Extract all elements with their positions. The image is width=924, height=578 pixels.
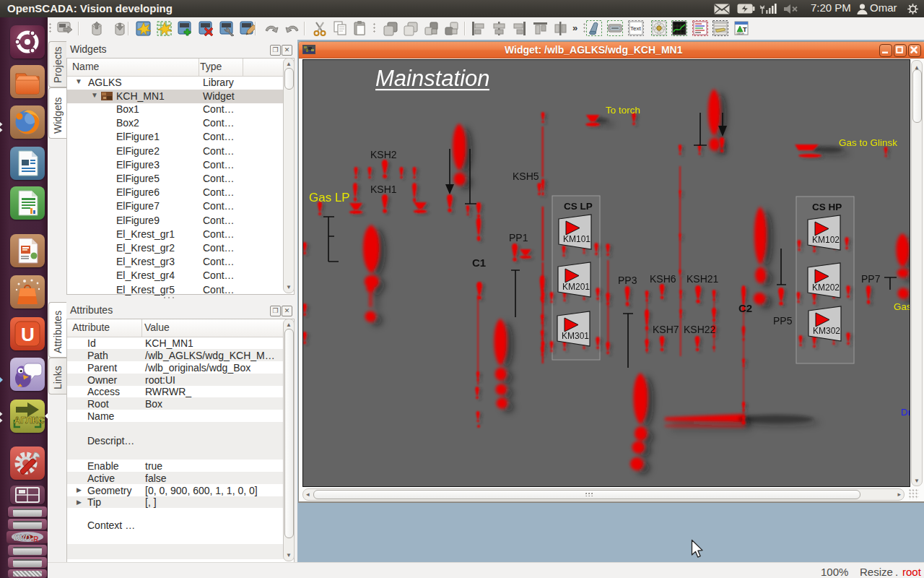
svg-text:KSH2: KSH2 (370, 149, 397, 160)
svg-text:Mainstation: Mainstation (375, 66, 490, 91)
svg-text:Dr: Dr (901, 407, 910, 418)
svg-text:CS HP: CS HP (812, 202, 842, 212)
svg-text:KM202: KM202 (812, 282, 840, 293)
svg-text:KSH5: KSH5 (513, 171, 539, 182)
svg-text:U: U (21, 324, 35, 345)
svg-text:C1: C1 (472, 256, 486, 269)
svg-text:KM201: KM201 (562, 282, 590, 292)
svg-text:KSH7: KSH7 (653, 324, 679, 335)
svg-text:АГЛКС: АГЛКС (14, 415, 45, 426)
svg-text:CS LP: CS LP (564, 201, 593, 212)
svg-text:To torch: To torch (606, 105, 640, 116)
svg-text:PP5: PP5 (773, 315, 793, 327)
svg-text:-R: -R (31, 535, 39, 543)
svg-text:Gas to Glinsk: Gas to Glinsk (839, 137, 897, 148)
svg-text:KM101: KM101 (563, 234, 590, 244)
svg-text:value: value (736, 32, 744, 35)
svg-text:PP1: PP1 (509, 232, 528, 243)
svg-text:KM301: KM301 (562, 331, 589, 341)
svg-text:KSH1: KSH1 (370, 184, 397, 195)
svg-text:Gas LP: Gas LP (309, 191, 350, 204)
svg-text:Gas: Gas (894, 301, 910, 312)
svg-text:PP3: PP3 (618, 275, 637, 286)
svg-text:C2: C2 (738, 302, 752, 314)
svg-text:DVD: DVD (14, 533, 30, 542)
svg-text:KM302: KM302 (813, 326, 840, 336)
svg-text:Text: Text (630, 25, 641, 32)
svg-text:KM102: KM102 (812, 235, 840, 245)
svg-text:PP7: PP7 (861, 273, 881, 285)
svg-text:KSH21: KSH21 (687, 273, 719, 285)
svg-text:KSH6: KSH6 (650, 273, 676, 285)
svg-text:KSH22: KSH22 (684, 324, 716, 335)
